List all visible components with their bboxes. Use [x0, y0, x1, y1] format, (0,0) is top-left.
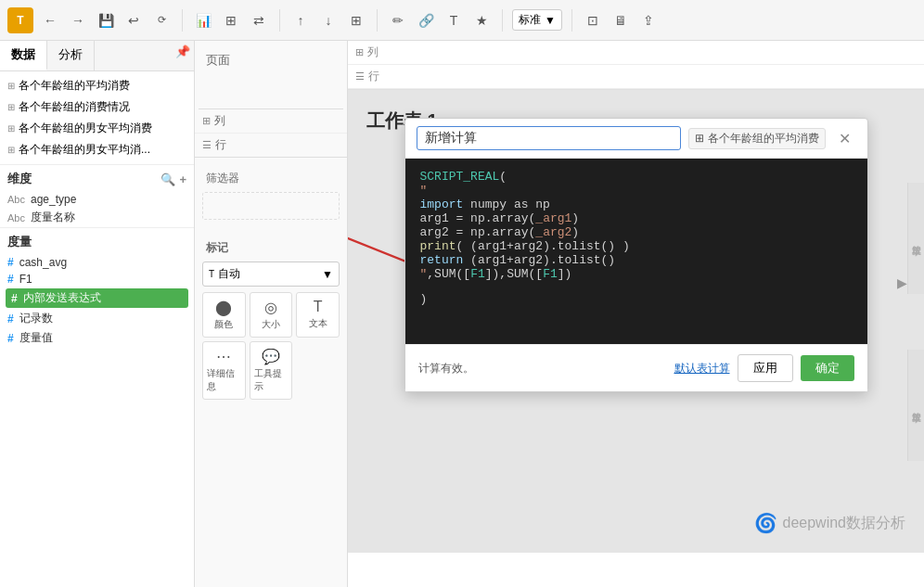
- nav-back-button[interactable]: ←: [39, 9, 61, 32]
- search-icon[interactable]: 🔍: [160, 172, 175, 186]
- abc-icon-0: Abc: [7, 194, 25, 205]
- left-panel: 数据 分析 📌 ⊞ 各个年龄组的平均消费 ⊞ 各个年龄组的消费情况 ⊞ 各个年龄…: [0, 41, 195, 587]
- dashboard-icon[interactable]: ⊡: [582, 9, 604, 32]
- marks-size-btn[interactable]: ◎ 大小: [250, 292, 293, 338]
- row-label: 行: [368, 69, 379, 84]
- col-shelf-label: 列: [214, 113, 225, 129]
- hash-icon-1: #: [7, 273, 14, 286]
- confirm-button[interactable]: 确定: [801, 355, 854, 381]
- group-icon[interactable]: ⊞: [345, 9, 367, 32]
- dimensions-header: 维度 🔍 +: [0, 164, 194, 191]
- filter-drop-area[interactable]: [202, 192, 340, 220]
- monitor-icon[interactable]: 🖥: [610, 9, 632, 32]
- data-item-1[interactable]: ⊞ 各个年龄组的消费情况: [0, 96, 194, 118]
- measure-cash-avg[interactable]: # cash_avg: [0, 254, 194, 271]
- abc-icon-1: Abc: [7, 212, 25, 223]
- db-icon: ⊞: [7, 81, 15, 91]
- code-line-9: ): [420, 292, 853, 306]
- main-layout: 数据 分析 📌 ⊞ 各个年龄组的平均消费 ⊞ 各个年龄组的消费情况 ⊞ 各个年龄…: [0, 41, 924, 587]
- field-ref-selector[interactable]: ⊞ 各个年龄组的平均消费: [688, 128, 826, 149]
- tab-analysis[interactable]: 分析: [47, 41, 95, 70]
- canvas-body: 工作表 1 放置字段 放置字段 ▶ type 62217: [348, 90, 924, 553]
- marks-tooltip-btn[interactable]: 💬 工具提示: [250, 341, 293, 400]
- sort-asc-icon[interactable]: ↑: [289, 9, 312, 32]
- apply-button[interactable]: 应用: [738, 354, 793, 382]
- code-line-2: import numpy as np: [420, 198, 853, 211]
- nav-forward-button[interactable]: →: [67, 9, 89, 32]
- marks-type-dropdown[interactable]: T 自动 ▼: [202, 262, 340, 287]
- link-icon[interactable]: 🔗: [415, 9, 437, 32]
- modal-header: ⊞ 各个年龄组的平均消费 ✕: [405, 119, 867, 159]
- measure-record-count[interactable]: # 记录数: [0, 309, 194, 328]
- add-dim-button[interactable]: +: [179, 172, 186, 186]
- measure-internal-expr[interactable]: # 内部发送表达式: [6, 288, 188, 308]
- marks-color-btn[interactable]: ⬤ 颜色: [202, 292, 246, 338]
- panel-tabs: 数据 分析 📌: [0, 41, 194, 71]
- size-icon: ◎: [264, 299, 277, 316]
- dim-measure-name[interactable]: Abc 度量名称: [0, 208, 194, 227]
- redo-button[interactable]: ⟳: [150, 9, 173, 32]
- db-icon-1: ⊞: [7, 102, 15, 112]
- data-item-0[interactable]: ⊞ 各个年龄组的平均消费: [0, 75, 194, 96]
- pen-icon[interactable]: ✏: [387, 9, 409, 32]
- calc-status: 计算有效。: [418, 361, 474, 376]
- code-line-5: print( (arg1+arg2).tolist() ): [420, 239, 853, 253]
- data-item-3[interactable]: ⊞ 各个年龄组的男女平均消...: [0, 139, 194, 160]
- marks-text-btn[interactable]: T 文本: [296, 292, 340, 338]
- measure-measure-value[interactable]: # 度量值: [0, 328, 194, 348]
- text-icon[interactable]: T: [443, 9, 465, 32]
- data-item-2[interactable]: ⊞ 各个年龄组的男女平均消费: [0, 118, 194, 139]
- divider3: [377, 9, 378, 32]
- marks-auto-icon: T: [209, 269, 214, 279]
- divider4: [502, 9, 503, 32]
- pages-shelf[interactable]: [199, 72, 343, 109]
- script-real-keyword: SCRIPT_REAL: [420, 170, 500, 184]
- measure-f1[interactable]: # F1: [0, 271, 194, 287]
- data-items-list: ⊞ 各个年龄组的平均消费 ⊞ 各个年龄组的消费情况 ⊞ 各个年龄组的男女平均消费…: [0, 71, 194, 164]
- dim-header-icons: 🔍 +: [160, 172, 186, 186]
- share-icon[interactable]: ⇪: [637, 9, 660, 32]
- divider2: [279, 9, 280, 32]
- divider5: [571, 9, 572, 32]
- pages-label: 页面: [195, 48, 347, 72]
- swap-icon[interactable]: ⇄: [248, 9, 270, 32]
- modal-close-button[interactable]: ✕: [833, 128, 856, 149]
- text-mark-icon: T: [314, 299, 323, 315]
- middle-panel: 页面 ⊞ 列 ☰ 行 筛选器 标记 T 自动 ▼ ⬤ 颜色: [195, 41, 348, 587]
- col-icon: ⊞: [355, 46, 364, 58]
- hash-icon-2: #: [11, 292, 18, 305]
- canvas-row-shelf[interactable]: ☰ 行: [348, 65, 924, 89]
- code-line-3: arg1 = np.array(_arg1): [420, 211, 853, 225]
- code-editor[interactable]: SCRIPT_REAL( " import numpy as np arg1 =…: [405, 159, 867, 344]
- hash-icon-0: #: [7, 256, 14, 269]
- bar-chart-icon[interactable]: 📊: [192, 9, 214, 32]
- hash-icon-4: #: [7, 332, 14, 345]
- calc-modal: ⊞ 各个年龄组的平均消费 ✕ SCRIPT_REAL( ": [404, 118, 868, 392]
- canvas-shelves: ⊞ 列 ☰ 行: [348, 41, 924, 90]
- dim-age-type[interactable]: Abc age_type: [0, 191, 194, 208]
- col-label: 列: [367, 45, 379, 60]
- code-line-1: ": [420, 184, 853, 198]
- sort-desc-icon[interactable]: ↓: [317, 9, 340, 32]
- code-blank: [420, 281, 853, 292]
- db-icon-3: ⊞: [7, 145, 15, 155]
- canvas-col-shelf[interactable]: ⊞ 列: [348, 41, 924, 65]
- undo-button[interactable]: ↩: [122, 9, 145, 32]
- default-calc-link[interactable]: 默认表计算: [674, 361, 730, 376]
- table-icon[interactable]: ⊞: [220, 9, 242, 32]
- marks-buttons: ⬤ 颜色 ◎ 大小 T 文本 ⋯ 详细信息 💬 工具提示: [202, 292, 340, 400]
- star-icon[interactable]: ★: [470, 9, 493, 32]
- calc-name-input[interactable]: [417, 126, 681, 150]
- row-shelf-icon: ☰: [202, 139, 212, 151]
- modal-footer: 计算有效。 默认表计算 应用 确定: [405, 344, 867, 391]
- pin-icon[interactable]: 📌: [172, 41, 194, 70]
- toolbar: T ← → 💾 ↩ ⟳ 📊 ⊞ ⇄ ↑ ↓ ⊞ ✏ 🔗 T ★ 标准 ▼ ⊡ 🖥…: [0, 0, 924, 41]
- row-icon: ☰: [355, 70, 365, 83]
- tab-data[interactable]: 数据: [0, 41, 47, 70]
- color-icon: ⬤: [215, 299, 232, 316]
- filter-title: 筛选器: [202, 169, 340, 188]
- standard-dropdown[interactable]: 标准 ▼: [512, 9, 562, 31]
- measures-header: 度量: [0, 227, 194, 254]
- save-button[interactable]: 💾: [95, 9, 117, 32]
- marks-detail-btn[interactable]: ⋯ 详细信息: [202, 341, 246, 400]
